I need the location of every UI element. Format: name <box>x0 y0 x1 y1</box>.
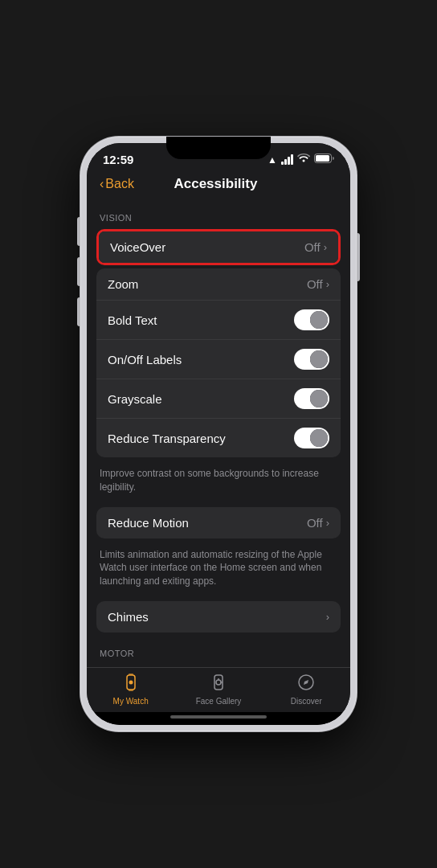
discover-label: Discover <box>291 697 322 706</box>
status-icons: ▲ <box>268 154 334 166</box>
reduce-transparency-label: Reduce Transparency <box>108 432 226 445</box>
onoff-labels-item[interactable]: On/Off Labels <box>96 340 341 379</box>
onoff-labels-toggle[interactable] <box>294 349 329 370</box>
chimes-item[interactable]: Chimes › <box>96 601 341 633</box>
svg-marker-11 <box>304 680 308 685</box>
back-label[interactable]: Back <box>105 177 134 191</box>
voiceover-label: VoiceOver <box>110 240 165 254</box>
zoom-status: Off <box>307 277 323 291</box>
onoff-labels-label: On/Off Labels <box>108 353 182 366</box>
svg-point-7 <box>216 680 221 685</box>
phone-frame: 12:59 ▲ <box>80 137 357 731</box>
back-chevron-icon: ‹ <box>100 177 104 191</box>
tab-discover[interactable]: Discover <box>282 673 330 706</box>
tab-bar: My Watch Face Gallery <box>87 667 350 712</box>
grayscale-toggle[interactable] <box>294 388 329 409</box>
zoom-item[interactable]: Zoom Off › <box>96 268 341 301</box>
home-indicator <box>87 712 350 725</box>
home-bar <box>170 715 267 719</box>
bold-text-item[interactable]: Bold Text <box>96 301 341 340</box>
svg-rect-1 <box>316 155 329 162</box>
reduce-motion-status: Off <box>307 516 323 530</box>
zoom-value: Off › <box>307 277 329 291</box>
reduce-motion-value: Off › <box>307 516 329 530</box>
zoom-label: Zoom <box>108 277 138 291</box>
zoom-chevron-icon: › <box>326 278 329 290</box>
chimes-label: Chimes <box>108 610 149 624</box>
reduce-motion-chevron-icon: › <box>326 517 329 529</box>
svg-rect-3 <box>129 674 133 675</box>
voiceover-group: VoiceOver Off › <box>96 229 341 265</box>
vision-group: Zoom Off › Bold Text On/Off Labels <box>96 268 341 457</box>
vision-section-label: VISION <box>87 200 350 229</box>
chimes-chevron-icon: › <box>326 611 329 623</box>
face-gallery-label: Face Gallery <box>196 697 242 706</box>
discover-icon <box>296 673 316 695</box>
voiceover-item[interactable]: VoiceOver Off › <box>99 231 338 263</box>
reduce-motion-description: Limits animation and automatic resizing … <box>87 542 350 598</box>
svg-point-5 <box>129 681 133 685</box>
phone-screen: 12:59 ▲ <box>87 143 350 725</box>
reduce-transparency-toggle[interactable] <box>294 428 329 448</box>
back-button[interactable]: ‹ Back <box>100 177 134 191</box>
location-icon: ▲ <box>268 154 277 166</box>
grayscale-label: Grayscale <box>108 392 162 406</box>
signal-icon <box>281 154 293 165</box>
reduce-motion-item[interactable]: Reduce Motion Off › <box>96 507 341 538</box>
notch <box>166 137 271 159</box>
bold-text-toggle[interactable] <box>294 309 329 330</box>
wifi-icon <box>297 154 310 166</box>
reduce-motion-label: Reduce Motion <box>108 516 189 530</box>
battery-icon <box>314 154 334 166</box>
bold-text-label: Bold Text <box>108 313 157 327</box>
voiceover-value: Off › <box>304 240 327 254</box>
settings-content[interactable]: VISION VoiceOver Off › Zoom Off <box>87 200 350 667</box>
tab-face-gallery[interactable]: Face Gallery <box>194 673 243 706</box>
tab-my-watch[interactable]: My Watch <box>107 673 155 706</box>
grayscale-item[interactable]: Grayscale <box>96 379 341 419</box>
reduce-motion-group: Reduce Motion Off › <box>96 507 341 538</box>
my-watch-label: My Watch <box>113 697 149 706</box>
chimes-group: Chimes › <box>96 601 341 633</box>
nav-bar: ‹ Back Accessibility <box>87 170 350 200</box>
svg-rect-4 <box>129 690 133 691</box>
vision-description: Improve contrast on some backgrounds to … <box>87 461 350 504</box>
voiceover-chevron-icon: › <box>324 241 327 253</box>
voiceover-status: Off <box>304 240 321 254</box>
face-gallery-icon <box>209 673 228 695</box>
reduce-transparency-item[interactable]: Reduce Transparency <box>96 419 341 457</box>
page-title: Accessibility <box>134 176 297 192</box>
motor-section-label: MOTOR <box>87 636 350 665</box>
my-watch-icon <box>121 673 141 695</box>
status-time: 12:59 <box>103 153 133 166</box>
